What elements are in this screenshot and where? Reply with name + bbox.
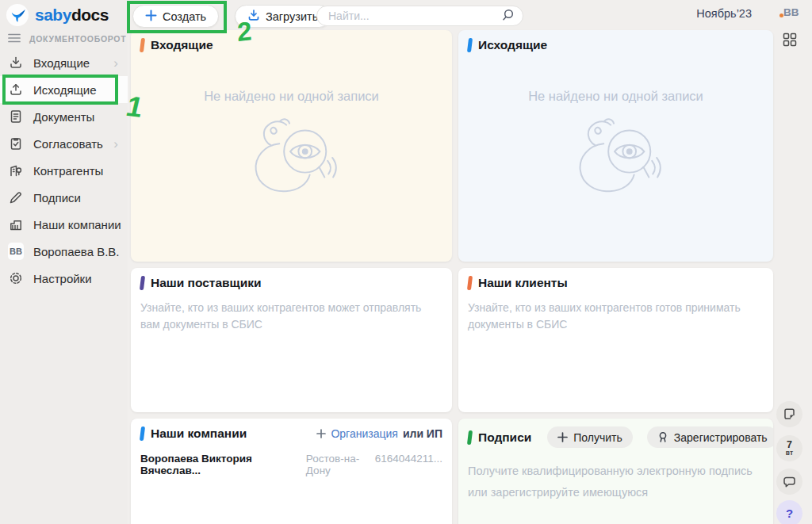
brand-docs: docs: [71, 6, 109, 24]
help-label: ?: [786, 507, 793, 520]
notes-button[interactable]: [776, 401, 802, 427]
search-box: [316, 6, 523, 26]
create-button[interactable]: Создать: [132, 5, 219, 28]
dashboard-grid-icon[interactable]: [783, 33, 797, 50]
accent-mark: [140, 276, 145, 290]
sidebar-item-approve[interactable]: Согласовать ›: [0, 130, 128, 157]
status-dot: [779, 13, 783, 17]
sidebar-item-label: Воропаева В.В.: [33, 245, 120, 258]
accent-mark: [467, 38, 473, 52]
chat-button[interactable]: [776, 469, 802, 495]
sidebar-item-label: Наши компании: [33, 218, 121, 231]
plus-icon: [145, 10, 157, 24]
sidebar-item-counterparties[interactable]: Контрагенты: [0, 157, 128, 184]
gear-icon: [8, 271, 24, 285]
card-header: Наши поставщики: [140, 276, 442, 290]
app-logo[interactable]: sabydocs: [0, 0, 128, 29]
help-button[interactable]: ?: [776, 500, 802, 524]
calendar-weekday: вт: [786, 449, 793, 457]
upload-button-label: Загрузить: [266, 10, 318, 23]
plus-icon: [316, 429, 326, 438]
card-suppliers: Наши поставщики Узнайте, кто из ваших ко…: [131, 268, 452, 412]
user-initials-badge: ВВ: [8, 243, 24, 260]
card-title-suppliers[interactable]: Наши поставщики: [151, 276, 261, 290]
card-description: Получите квалифицированную электронную п…: [468, 461, 764, 503]
card-title-clients[interactable]: Наши клиенты: [478, 276, 568, 290]
card-title-outgoing[interactable]: Исходящие: [478, 38, 547, 52]
search-input[interactable]: [328, 10, 501, 22]
calendar-day: 7: [787, 441, 792, 449]
sidebar-item-our-companies[interactable]: Наши компании: [0, 211, 128, 238]
download-icon: [247, 9, 260, 24]
card-description: Узнайте, кто из ваших контрагентов готов…: [468, 300, 764, 333]
sidebar-item-signatures[interactable]: Подписи: [0, 184, 128, 211]
accent-mark: [140, 426, 145, 441]
pen-icon: [8, 190, 24, 205]
avatar-button[interactable]: ВВ: [783, 6, 799, 18]
sidebar-section-label: ДОКУМЕНТООБОРОТ: [29, 34, 126, 44]
card-signatures: Подписи Получить Зарегистрировать Получи…: [458, 419, 773, 524]
company-row[interactable]: Воропаева Виктория Вячеслав... Ростов-на…: [140, 453, 442, 476]
chevron-right-icon[interactable]: ›: [113, 137, 121, 151]
card-outgoing: Исходящие Не найдено ни одной записи: [458, 30, 773, 262]
approve-clipboard-icon: [8, 136, 24, 151]
sidebar: sabydocs ДОКУМЕНТООБОРОТ Входящие ›: [0, 0, 128, 524]
sidebar-item-label: Входящие: [33, 56, 90, 70]
sidebar-item-settings[interactable]: Настройки: [0, 265, 128, 292]
outbox-icon: [8, 82, 24, 97]
sidebar-item-label: Согласовать: [33, 137, 103, 151]
sidebar-item-incoming[interactable]: Входящие ›: [0, 49, 128, 76]
sidebar-item-label: Подписи: [33, 191, 81, 205]
create-button-label: Создать: [163, 10, 206, 23]
company-city: Ростов-на-Дону: [306, 453, 375, 476]
card-header: Наши клиенты: [468, 276, 764, 290]
card-header: Наши компании Организация или ИП: [140, 426, 442, 441]
empty-state-text: Не найдено ни одной записи: [140, 89, 442, 104]
note-icon: [783, 407, 796, 421]
calendar-button[interactable]: 7 вт: [776, 435, 802, 461]
sidebar-menu: Входящие › Исходящие Документы: [0, 49, 128, 292]
sidebar-item-outgoing[interactable]: Исходящие: [0, 76, 128, 103]
add-organization-link[interactable]: Организация или ИП: [316, 427, 442, 440]
register-signature-button[interactable]: Зарегистрировать: [647, 426, 773, 448]
sidebar-item-label: Контрагенты: [33, 164, 103, 178]
add-org-label: Организация: [331, 427, 397, 440]
card-title-signatures[interactable]: Подписи: [478, 430, 531, 445]
sidebar-item-label: Исходящие: [33, 83, 97, 97]
brand-text: sabydocs: [35, 6, 109, 25]
hamburger-icon[interactable]: [8, 32, 21, 46]
accent-mark: [140, 38, 145, 52]
sidebar-item-label: Настройки: [33, 272, 92, 285]
company-inn: 6164044211...: [375, 453, 442, 465]
search-icon[interactable]: [501, 8, 515, 25]
card-incoming: Входящие Не найдено ни одной записи: [131, 30, 452, 262]
medal-icon: [657, 431, 668, 443]
chevron-right-icon[interactable]: ›: [113, 56, 121, 70]
get-signature-button[interactable]: Получить: [547, 426, 633, 448]
card-description: Узнайте, кто из ваших контрагентов может…: [140, 300, 442, 333]
empty-state-text: Не найдено ни одной записи: [468, 89, 764, 104]
card-header: Входящие: [140, 38, 442, 52]
card-clients: Наши клиенты Узнайте, кто из ваших контр…: [458, 268, 773, 412]
get-signature-label: Получить: [573, 431, 622, 444]
sidebar-item-documents[interactable]: Документы: [0, 103, 128, 130]
document-icon: [8, 109, 24, 124]
card-header: Исходящие: [468, 38, 764, 52]
card-our-companies: Наши компании Организация или ИП Воропае…: [131, 419, 452, 524]
accent-mark: [467, 276, 473, 290]
card-title-companies[interactable]: Наши компании: [151, 426, 247, 441]
plus-icon: [557, 432, 568, 442]
saby-bird-icon: [6, 4, 29, 26]
company-name: Воропаева Виктория Вячеслав...: [140, 453, 295, 476]
empty-state-illustration: [245, 110, 339, 199]
period-selector[interactable]: Ноябрь’23: [687, 7, 752, 20]
empty-state-illustration: [569, 110, 663, 199]
avatar-initials: ВВ: [783, 6, 799, 18]
building-icon: [8, 217, 24, 231]
counterparties-icon: [8, 163, 24, 178]
chat-bubble-icon: [783, 476, 796, 488]
sidebar-item-user[interactable]: ВВ Воропаева В.В.: [0, 238, 128, 265]
sidebar-section-row: ДОКУМЕНТООБОРОТ: [0, 29, 128, 48]
inbox-icon: [8, 55, 24, 70]
card-title-incoming[interactable]: Входящие: [151, 38, 213, 52]
